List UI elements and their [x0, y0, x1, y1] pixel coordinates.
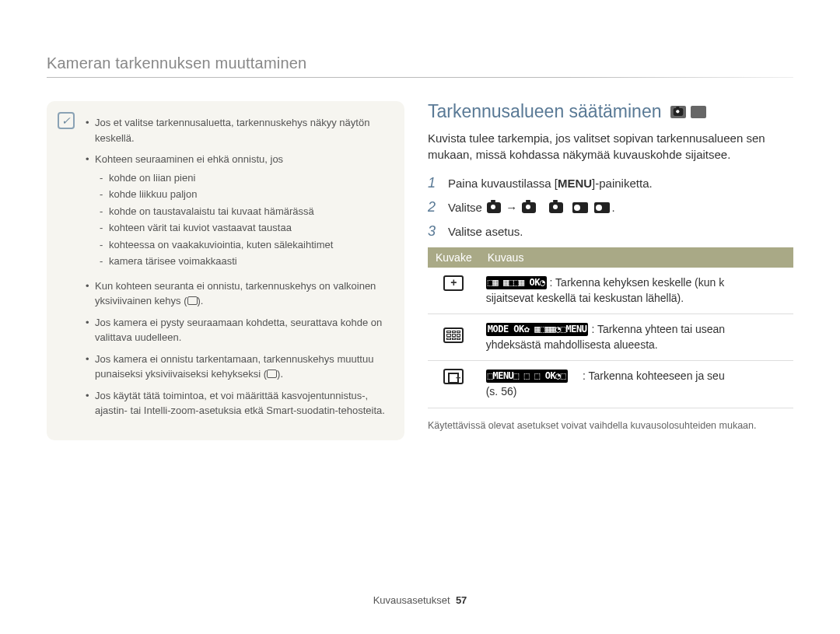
note-sub-bullet: kamera tärisee voimakkaasti [100, 254, 389, 269]
row-desc: : Tarkenna yhteen tai usean [591, 323, 725, 335]
scene-icon [572, 202, 588, 213]
row-desc: yhdeksästä mahdollisesta alueesta. [486, 338, 658, 351]
note-icon: ✓ [58, 112, 75, 129]
camera-icon [549, 202, 563, 213]
table-row: ⬚MENU⬚ ⬚ ⬚ OK◔⬚ : Tarkenna kohteeseen ja… [428, 361, 793, 408]
note-bullet: Jos et valitse tarkennusaluetta, tarkenn… [86, 115, 389, 145]
note-sub-bullet: kohteessa on vaakakuviointia, kuten säle… [100, 237, 389, 253]
note-bullet: Jos käytät tätä toimintoa, et voi määrit… [86, 388, 389, 419]
step-3: 3 Valitse asetus. [428, 223, 793, 240]
table-row: ⬚▦ ▦⬚⬚▦ OK◔ : Tarkenna kehyksen keskelle… [428, 268, 793, 314]
mode-p-icon [670, 106, 686, 118]
table-header-icon: Kuvake [428, 247, 480, 268]
note-bullet: Kun kohteen seuranta ei onnistu, tarkenn… [86, 278, 389, 309]
note-sub-bullet: kohde on liian pieni [100, 170, 389, 186]
row-desc: (s. 56) [486, 385, 517, 398]
step-number: 1 [428, 175, 440, 191]
step-number: 2 [428, 199, 440, 215]
frame-red-icon [267, 370, 277, 378]
section-intro: Kuvista tulee tarkempia, jos valitset so… [428, 130, 793, 163]
row-desc: sijaitsevat keskellä tai keskustan lähel… [486, 292, 684, 304]
step-1: 1 Paina kuvaustilassa [MENU]-painiketta. [428, 175, 793, 191]
frame-white-icon [187, 296, 198, 305]
center-af-icon [443, 275, 464, 291]
row-desc: : Tarkenna kehyksen keskelle (kun k [550, 276, 725, 289]
mode-strip-icon: MODE OK✿ ▦⬚▦▦◔⬚MENU [486, 323, 589, 336]
camera-icon [522, 202, 536, 213]
note-sub-bullet: kohde on taustavalaistu tai kuvaat hämär… [100, 204, 389, 219]
menu-button-label: MENU [558, 177, 592, 190]
settings-table: Kuvake Kuvaus ⬚▦ ▦⬚⬚▦ OK◔ : Tarkenna keh… [428, 247, 793, 408]
tracking-af-icon [443, 369, 464, 384]
step-2: 2 Valitse → . [428, 199, 793, 215]
row-desc: : Tarkenna kohteeseen ja seu [583, 370, 725, 382]
mode-strip-icon: ⬚MENU⬚ ⬚ ⬚ OK◔⬚ [486, 370, 568, 383]
note-sub-bullet: kohde liikkuu paljon [100, 187, 389, 202]
section-heading: Tarkennusalueen säätäminen [428, 101, 793, 122]
page-section-title: Kameran tarkennuksen muuttaminen [47, 54, 793, 72]
multi-af-icon [443, 328, 464, 343]
note-sub-bullet: kohteen värit tai kuviot vastaavat taust… [100, 220, 389, 236]
camera-icon [487, 202, 501, 213]
note-bullet: Jos kamera ei pysty seuraamaan kohdetta,… [86, 315, 389, 345]
page-footer: Kuvausasetukset 57 [0, 594, 840, 606]
note-bullet: Jos kamera ei onnistu tarkentamaan, tark… [86, 352, 389, 382]
header-rule [47, 77, 793, 78]
table-footnote: Käytettävissä olevat asetukset voivat va… [428, 419, 793, 433]
mode-scene-icon [691, 106, 706, 118]
scene-icon [594, 202, 610, 213]
table-row: MODE OK✿ ▦⬚▦▦◔⬚MENU : Tarkenna yhteen ta… [428, 314, 793, 361]
step-number: 3 [428, 223, 440, 240]
mode-strip-icon: ⬚▦ ▦⬚⬚▦ OK◔ [486, 276, 547, 289]
note-bullet: Kohteen seuraaminen ei ehkä onnistu, jos… [86, 152, 389, 272]
arrow-right-icon: → [506, 201, 517, 214]
note-box: ✓ Jos et valitse tarkennusaluetta, tarke… [47, 101, 404, 440]
table-header-desc: Kuvaus [480, 247, 793, 268]
